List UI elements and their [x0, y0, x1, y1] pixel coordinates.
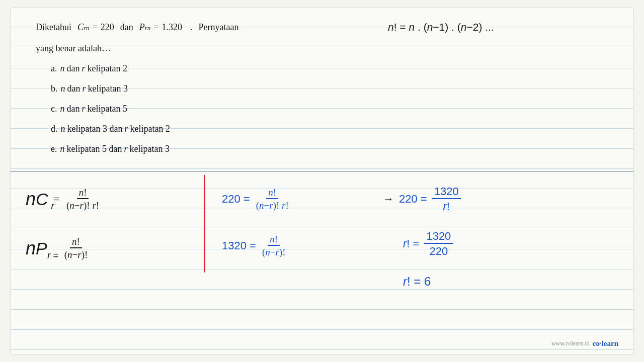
r-sub-P: r =	[47, 250, 58, 261]
option-c-text: n dan r kelipatan 5	[60, 104, 128, 114]
C-denominator: (n−r)! r!	[64, 200, 101, 211]
diketahui-label: Diketahui	[36, 17, 71, 37]
mid-1320-num: n!	[268, 234, 280, 246]
mid-220-num: n!	[266, 187, 278, 199]
C-numerator: n!	[77, 187, 89, 199]
brand-url: www.colearn.id	[551, 340, 590, 347]
option-b-text: n dan r kelipatan 3	[61, 83, 128, 94]
dan-b: dan	[67, 83, 80, 94]
r-d: r	[124, 124, 128, 134]
solution-middle: 220 = n! (n−r)! r! 1320 = n! (n−r)!	[207, 179, 368, 268]
section-divider	[11, 171, 633, 172]
nCr-formula-block: n C r = n! (n−r)! r!	[26, 179, 207, 219]
main-page: Diketahui Crn = 220 dan Prn = 1.320 . Pe…	[10, 8, 634, 354]
option-d: d. n kelipatan 3 dan r kelipatan 2	[51, 119, 378, 139]
option-e: e. n kelipatan 5 dan r kelipatan 3	[51, 139, 378, 159]
eq2: =	[153, 17, 158, 37]
P-fraction: n! (n−r)!	[62, 236, 90, 260]
solution-right: → 220 = 1320 r! r! = 1320 220 r! = 6	[368, 179, 618, 297]
brand-name: co·learn	[593, 339, 618, 348]
eq1: =	[93, 17, 98, 37]
right-result: r! = 6	[403, 275, 431, 289]
solution-left: n C r = n! (n−r)! r! n P	[26, 179, 207, 268]
val1: 220	[101, 17, 114, 37]
pernyataan-label: Pernyataan	[198, 17, 238, 37]
option-a: a. n dan r kelipatan 2	[51, 58, 378, 78]
right-r-num: 1320	[424, 230, 453, 244]
C-fraction: n! (n−r)! r!	[64, 187, 101, 211]
right-row3: r! = 6	[383, 266, 618, 297]
P-denominator: (n−r)!	[62, 249, 90, 260]
right-220-den: r!	[441, 200, 451, 213]
middle-220-val: 220 =	[222, 193, 250, 206]
r-b: r	[83, 83, 86, 94]
text-d2: kelipatan 2	[130, 124, 170, 134]
n-big-C: n	[26, 190, 36, 208]
option-e-text: n kelipatan 5 dan r kelipatan 3	[60, 144, 170, 154]
option-a-text: n dan r kelipatan 2	[60, 63, 128, 74]
P-letter: P	[36, 240, 47, 257]
option-c-label: c.	[51, 104, 57, 114]
n-big-P: n	[26, 239, 36, 257]
n-b: n	[61, 83, 65, 94]
right-r-fraction: 1320 220	[424, 230, 453, 258]
question-left: Diketahui Crn = 220 dan Prn = 1.320 . Pe…	[36, 17, 378, 159]
n-e: n	[60, 144, 65, 154]
nCr-label-area: n C r	[26, 190, 48, 208]
mid-1320-den: (n−r)!	[260, 247, 288, 258]
question-right: n! = n . (n−1) . (n−2) ...	[378, 17, 618, 37]
Cr-symbol: C	[77, 17, 84, 37]
right-r-den: 220	[428, 245, 450, 258]
mid-220-den: (n−r)! r!	[254, 200, 291, 211]
text-d1: kelipatan 3 dan	[67, 124, 123, 134]
r-e: r	[124, 144, 127, 154]
r-c: r	[82, 104, 86, 114]
option-b-label: b.	[51, 83, 58, 94]
text-e2: kelipatan 3	[129, 144, 169, 154]
options-list: a. n dan r kelipatan 2 b. n dan	[36, 58, 378, 159]
text-c: kelipatan 5	[88, 104, 127, 114]
middle-220-block: 220 = n! (n−r)! r!	[217, 179, 368, 219]
P-numerator: n!	[70, 236, 82, 248]
right-220-fraction: 1320 r!	[432, 185, 461, 213]
option-a-label: a.	[51, 63, 57, 74]
dan-a: dan	[67, 63, 80, 74]
option-e-label: e.	[51, 144, 57, 154]
right-220-eq: 220 =	[399, 193, 427, 206]
question-line1: Diketahui Crn = 220 dan Prn = 1.320 . Pe…	[36, 17, 378, 38]
P-with-sub: P r =	[36, 240, 47, 257]
text-b: kelipatan 3	[88, 83, 128, 94]
right-row2: r! = 1320 220	[383, 221, 618, 266]
n-c: n	[60, 104, 65, 114]
branding-area: www.colearn.id co·learn	[551, 339, 618, 348]
dan1-label: dan	[120, 17, 133, 37]
middle-1320-fraction: n! (n−r)!	[260, 234, 288, 258]
yang-benar-label: yang benar adalah…	[36, 38, 111, 58]
C-letter: C	[36, 191, 48, 208]
question-section: Diketahui Crn = 220 dan Prn = 1.320 . Pe…	[11, 8, 633, 169]
middle-1320-block: 1320 = n! (n−r)!	[217, 223, 368, 268]
brand-co: co	[593, 339, 600, 347]
n-d: n	[61, 124, 65, 134]
right-220-num: 1320	[432, 185, 461, 199]
text-e1: kelipatan 5 dan	[67, 144, 122, 154]
val2: 1.320	[162, 17, 182, 37]
option-b: b. n dan r kelipatan 3	[51, 78, 378, 99]
C-with-sub: C r	[36, 191, 48, 208]
option-c: c. n dan r kelipatan 5	[51, 99, 378, 119]
right-r-eq: r! =	[403, 237, 419, 250]
r-sub-C: r	[51, 201, 54, 212]
question-line2: yang benar adalah…	[36, 38, 378, 58]
formula-right-text: n! = n . (n−1) . (n−2) ...	[388, 17, 494, 37]
formula-right-display: n! = n . (n−1) . (n−2) ...	[388, 17, 618, 37]
solution-section: n C r = n! (n−r)! r! n P	[11, 174, 633, 302]
option-d-text: n kelipatan 3 dan r kelipatan 2	[61, 124, 170, 134]
text-a: kelipatan 2	[88, 63, 127, 74]
nPr-label-area: n P r =	[26, 239, 47, 257]
middle-1320-val: 1320 =	[222, 239, 256, 252]
red-divider-line	[204, 175, 205, 273]
Pr-symbol: P	[139, 17, 145, 37]
r-a: r	[82, 63, 86, 74]
arrow-symbol: →	[383, 193, 394, 206]
n-a: n	[60, 63, 65, 74]
